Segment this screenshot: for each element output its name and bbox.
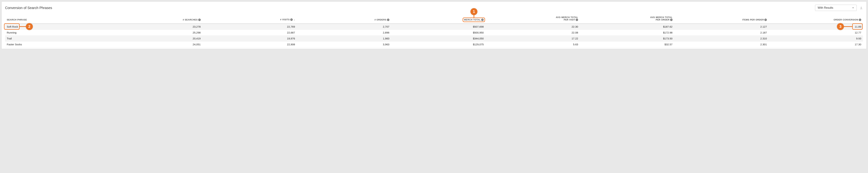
- table-cell: 2.127: [674, 24, 769, 30]
- info-icon[interactable]: i: [198, 19, 201, 21]
- table-cell: 22,908: [203, 41, 297, 48]
- table-cell: 2,707: [297, 24, 391, 30]
- table-cell: 12.77: [769, 30, 863, 36]
- table-cell: 22.30: [485, 24, 580, 30]
- table-cell: Faster Socks: [5, 41, 108, 48]
- info-icon[interactable]: i: [576, 19, 578, 21]
- callout-1-badge: 1: [470, 8, 477, 15]
- table-cell: $173.50: [580, 36, 674, 41]
- table-cell: 2.310: [674, 36, 769, 41]
- table-cell: $500,950: [391, 30, 486, 36]
- table-cell: $187.62: [580, 24, 674, 30]
- table-cell: 25,298: [108, 30, 203, 36]
- info-icon[interactable]: i: [764, 19, 767, 21]
- callout-2-badge: 2: [26, 23, 33, 30]
- callout-3-connector: [843, 26, 852, 27]
- table-cell: 2.301: [674, 41, 769, 48]
- col-avg-merch-visit[interactable]: AVG MERCH TOTAL PER VISITi: [485, 15, 580, 24]
- table-cell: $344,050: [391, 36, 486, 41]
- table-cell: 23,278: [108, 24, 203, 30]
- col-orders[interactable]: # ORDERSi: [297, 15, 391, 24]
- info-icon[interactable]: i: [859, 19, 861, 21]
- table-row: Soft Rock23,27822,7692,707$507,69822.30$…: [5, 24, 863, 30]
- table-row: Faster Socks24,05122,9083,963$129,0755.6…: [5, 41, 863, 48]
- table-cell: 19,976: [203, 36, 297, 41]
- col-merch-total[interactable]: MERCH TOTALi: [391, 15, 486, 24]
- table-cell: 9.93: [769, 36, 863, 41]
- table-cell: 1,983: [297, 36, 391, 41]
- col-search-phrase[interactable]: SEARCH PHRASE: [5, 15, 108, 24]
- download-icon[interactable]: [860, 6, 863, 9]
- results-filter-dropdown[interactable]: With Results ▼: [815, 5, 857, 11]
- table-cell: 24,051: [108, 41, 203, 48]
- panel-header: Conversion of Search Phrases With Result…: [5, 5, 863, 11]
- callout-1-connector: [473, 15, 474, 18]
- table-cell: 3,963: [297, 41, 391, 48]
- table-cell: 5.63: [485, 41, 580, 48]
- table-cell: 17.22: [485, 36, 580, 41]
- table-cell: 2,896: [297, 30, 391, 36]
- table-row: Running25,29822,6872,896$500,95022.08$17…: [5, 30, 863, 36]
- info-icon[interactable]: i: [670, 19, 673, 21]
- table-row: Trail20,41919,9761,983$344,05017.22$173.…: [5, 36, 863, 41]
- table-cell: $32.57: [580, 41, 674, 48]
- chevron-down-icon: ▼: [852, 7, 854, 9]
- col-order-conversion[interactable]: ORDER CONVERSIONi: [769, 15, 863, 24]
- table-cell: 22,769: [203, 24, 297, 30]
- col-items-per-order[interactable]: ITEMS PER ORDERi: [674, 15, 769, 24]
- search-phrases-table: SEARCH PHRASE # SEARCHESi # VISITSi↓ # O…: [5, 15, 863, 48]
- info-icon[interactable]: i: [290, 19, 293, 21]
- info-icon[interactable]: i: [481, 19, 484, 21]
- conversion-panel: Conversion of Search Phrases With Result…: [1, 1, 867, 49]
- col-avg-merch-order[interactable]: AVG MERCH TOTAL PER ORDERi: [580, 15, 674, 24]
- panel-title: Conversion of Search Phrases: [5, 6, 52, 10]
- dropdown-value: With Results: [818, 6, 833, 9]
- col-searches[interactable]: # SEARCHESi: [108, 15, 203, 24]
- table-cell: 22,687: [203, 30, 297, 36]
- table-cell: 17.30: [769, 41, 863, 48]
- table-cell: 20,419: [108, 36, 203, 41]
- sort-desc-icon: ↓: [294, 18, 295, 21]
- col-visits[interactable]: # VISITSi↓: [203, 15, 297, 24]
- table-cell: $129,075: [391, 41, 486, 48]
- callout-2-connector: [20, 26, 26, 27]
- table-cell: $507,698: [391, 24, 486, 30]
- table-cell: Trail: [5, 36, 108, 41]
- table-cell: 2.187: [674, 30, 769, 36]
- callout-3-badge: 3: [837, 23, 844, 30]
- table-cell: $172.98: [580, 30, 674, 36]
- table-cell: Running: [5, 30, 108, 36]
- table-cell: 22.08: [485, 30, 580, 36]
- info-icon[interactable]: i: [387, 19, 390, 21]
